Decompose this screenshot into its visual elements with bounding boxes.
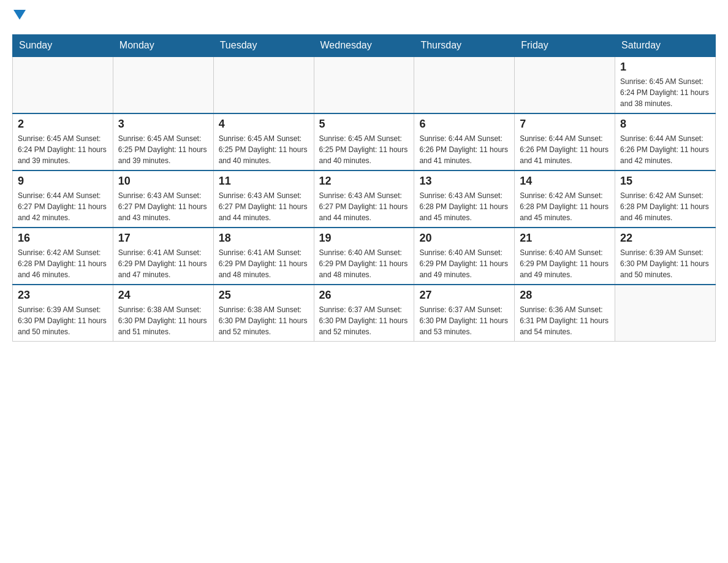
day-number: 10 bbox=[118, 175, 208, 188]
calendar-cell: 25Sunrise: 6:38 AM Sunset: 6:30 PM Dayli… bbox=[213, 285, 314, 342]
day-number: 7 bbox=[520, 118, 610, 131]
day-info: Sunrise: 6:45 AM Sunset: 6:24 PM Dayligh… bbox=[620, 76, 710, 109]
day-number: 12 bbox=[319, 175, 409, 188]
calendar-cell: 19Sunrise: 6:40 AM Sunset: 6:29 PM Dayli… bbox=[314, 228, 414, 285]
calendar-header-tuesday: Tuesday bbox=[213, 35, 314, 57]
calendar-cell: 24Sunrise: 6:38 AM Sunset: 6:30 PM Dayli… bbox=[113, 285, 213, 342]
calendar-week-2: 2Sunrise: 6:45 AM Sunset: 6:24 PM Daylig… bbox=[13, 113, 716, 170]
day-info: Sunrise: 6:40 AM Sunset: 6:29 PM Dayligh… bbox=[319, 247, 409, 280]
day-info: Sunrise: 6:40 AM Sunset: 6:29 PM Dayligh… bbox=[520, 247, 610, 280]
day-info: Sunrise: 6:45 AM Sunset: 6:25 PM Dayligh… bbox=[319, 133, 409, 166]
day-info: Sunrise: 6:43 AM Sunset: 6:27 PM Dayligh… bbox=[118, 190, 208, 223]
calendar-cell: 12Sunrise: 6:43 AM Sunset: 6:27 PM Dayli… bbox=[314, 170, 414, 228]
logo-triangle-icon bbox=[13, 10, 26, 20]
calendar-cell: 17Sunrise: 6:41 AM Sunset: 6:29 PM Dayli… bbox=[113, 228, 213, 285]
calendar-week-1: 1Sunrise: 6:45 AM Sunset: 6:24 PM Daylig… bbox=[13, 56, 716, 113]
day-info: Sunrise: 6:43 AM Sunset: 6:28 PM Dayligh… bbox=[419, 190, 509, 223]
day-info: Sunrise: 6:44 AM Sunset: 6:26 PM Dayligh… bbox=[620, 133, 710, 166]
calendar-cell: 21Sunrise: 6:40 AM Sunset: 6:29 PM Dayli… bbox=[515, 228, 615, 285]
day-number: 19 bbox=[319, 232, 409, 245]
logo bbox=[12, 12, 26, 22]
day-info: Sunrise: 6:39 AM Sunset: 6:30 PM Dayligh… bbox=[620, 247, 710, 280]
calendar-cell bbox=[615, 285, 716, 342]
calendar-week-4: 16Sunrise: 6:42 AM Sunset: 6:28 PM Dayli… bbox=[13, 228, 716, 285]
calendar-cell: 2Sunrise: 6:45 AM Sunset: 6:24 PM Daylig… bbox=[13, 113, 113, 170]
calendar-table: SundayMondayTuesdayWednesdayThursdayFrid… bbox=[12, 34, 716, 342]
day-number: 25 bbox=[219, 289, 309, 302]
calendar-cell bbox=[13, 56, 113, 113]
calendar-cell: 13Sunrise: 6:43 AM Sunset: 6:28 PM Dayli… bbox=[414, 170, 515, 228]
calendar-header-sunday: Sunday bbox=[13, 35, 113, 57]
calendar-cell: 7Sunrise: 6:44 AM Sunset: 6:26 PM Daylig… bbox=[515, 113, 615, 170]
calendar-header-monday: Monday bbox=[113, 35, 213, 57]
day-number: 2 bbox=[18, 118, 108, 131]
calendar-cell: 15Sunrise: 6:42 AM Sunset: 6:28 PM Dayli… bbox=[615, 170, 716, 228]
day-number: 6 bbox=[419, 118, 509, 131]
calendar-cell bbox=[113, 56, 213, 113]
day-number: 14 bbox=[520, 175, 610, 188]
calendar-header-saturday: Saturday bbox=[615, 35, 716, 57]
calendar-cell bbox=[213, 56, 314, 113]
calendar-cell: 14Sunrise: 6:42 AM Sunset: 6:28 PM Dayli… bbox=[515, 170, 615, 228]
day-number: 5 bbox=[319, 118, 409, 131]
page-header bbox=[12, 12, 716, 22]
calendar-cell: 6Sunrise: 6:44 AM Sunset: 6:26 PM Daylig… bbox=[414, 113, 515, 170]
calendar-cell: 4Sunrise: 6:45 AM Sunset: 6:25 PM Daylig… bbox=[213, 113, 314, 170]
calendar-cell: 5Sunrise: 6:45 AM Sunset: 6:25 PM Daylig… bbox=[314, 113, 414, 170]
day-number: 20 bbox=[419, 232, 509, 245]
day-number: 1 bbox=[620, 61, 710, 74]
calendar-header-friday: Friday bbox=[515, 35, 615, 57]
day-number: 18 bbox=[219, 232, 309, 245]
calendar-week-3: 9Sunrise: 6:44 AM Sunset: 6:27 PM Daylig… bbox=[13, 170, 716, 228]
day-number: 21 bbox=[520, 232, 610, 245]
calendar-cell: 16Sunrise: 6:42 AM Sunset: 6:28 PM Dayli… bbox=[13, 228, 113, 285]
day-info: Sunrise: 6:41 AM Sunset: 6:29 PM Dayligh… bbox=[219, 247, 309, 280]
day-info: Sunrise: 6:45 AM Sunset: 6:24 PM Dayligh… bbox=[18, 133, 108, 166]
day-info: Sunrise: 6:38 AM Sunset: 6:30 PM Dayligh… bbox=[118, 304, 208, 337]
calendar-cell: 1Sunrise: 6:45 AM Sunset: 6:24 PM Daylig… bbox=[615, 56, 716, 113]
day-info: Sunrise: 6:36 AM Sunset: 6:31 PM Dayligh… bbox=[520, 304, 610, 337]
day-number: 28 bbox=[520, 289, 610, 302]
day-number: 27 bbox=[419, 289, 509, 302]
day-info: Sunrise: 6:44 AM Sunset: 6:26 PM Dayligh… bbox=[419, 133, 509, 166]
day-info: Sunrise: 6:44 AM Sunset: 6:27 PM Dayligh… bbox=[18, 190, 108, 223]
calendar-cell: 3Sunrise: 6:45 AM Sunset: 6:25 PM Daylig… bbox=[113, 113, 213, 170]
calendar-cell: 10Sunrise: 6:43 AM Sunset: 6:27 PM Dayli… bbox=[113, 170, 213, 228]
calendar-header-thursday: Thursday bbox=[414, 35, 515, 57]
calendar-header-wednesday: Wednesday bbox=[314, 35, 414, 57]
day-number: 13 bbox=[419, 175, 509, 188]
day-number: 23 bbox=[18, 289, 108, 302]
day-number: 8 bbox=[620, 118, 710, 131]
day-number: 11 bbox=[219, 175, 309, 188]
day-info: Sunrise: 6:42 AM Sunset: 6:28 PM Dayligh… bbox=[18, 247, 108, 280]
calendar-cell: 11Sunrise: 6:43 AM Sunset: 6:27 PM Dayli… bbox=[213, 170, 314, 228]
calendar-cell bbox=[515, 56, 615, 113]
day-info: Sunrise: 6:43 AM Sunset: 6:27 PM Dayligh… bbox=[319, 190, 409, 223]
day-info: Sunrise: 6:38 AM Sunset: 6:30 PM Dayligh… bbox=[219, 304, 309, 337]
calendar-cell: 22Sunrise: 6:39 AM Sunset: 6:30 PM Dayli… bbox=[615, 228, 716, 285]
day-info: Sunrise: 6:41 AM Sunset: 6:29 PM Dayligh… bbox=[118, 247, 208, 280]
day-info: Sunrise: 6:45 AM Sunset: 6:25 PM Dayligh… bbox=[219, 133, 309, 166]
day-info: Sunrise: 6:44 AM Sunset: 6:26 PM Dayligh… bbox=[520, 133, 610, 166]
day-number: 22 bbox=[620, 232, 710, 245]
day-info: Sunrise: 6:42 AM Sunset: 6:28 PM Dayligh… bbox=[620, 190, 710, 223]
calendar-cell: 18Sunrise: 6:41 AM Sunset: 6:29 PM Dayli… bbox=[213, 228, 314, 285]
day-number: 16 bbox=[18, 232, 108, 245]
day-info: Sunrise: 6:40 AM Sunset: 6:29 PM Dayligh… bbox=[419, 247, 509, 280]
calendar-header-row: SundayMondayTuesdayWednesdayThursdayFrid… bbox=[13, 35, 716, 57]
calendar-cell: 9Sunrise: 6:44 AM Sunset: 6:27 PM Daylig… bbox=[13, 170, 113, 228]
day-info: Sunrise: 6:43 AM Sunset: 6:27 PM Dayligh… bbox=[219, 190, 309, 223]
calendar-cell bbox=[414, 56, 515, 113]
day-number: 15 bbox=[620, 175, 710, 188]
day-number: 9 bbox=[18, 175, 108, 188]
day-info: Sunrise: 6:39 AM Sunset: 6:30 PM Dayligh… bbox=[18, 304, 108, 337]
day-info: Sunrise: 6:45 AM Sunset: 6:25 PM Dayligh… bbox=[118, 133, 208, 166]
day-info: Sunrise: 6:42 AM Sunset: 6:28 PM Dayligh… bbox=[520, 190, 610, 223]
calendar-week-5: 23Sunrise: 6:39 AM Sunset: 6:30 PM Dayli… bbox=[13, 285, 716, 342]
day-number: 3 bbox=[118, 118, 208, 131]
day-number: 4 bbox=[219, 118, 309, 131]
calendar-cell: 8Sunrise: 6:44 AM Sunset: 6:26 PM Daylig… bbox=[615, 113, 716, 170]
day-info: Sunrise: 6:37 AM Sunset: 6:30 PM Dayligh… bbox=[319, 304, 409, 337]
day-info: Sunrise: 6:37 AM Sunset: 6:30 PM Dayligh… bbox=[419, 304, 509, 337]
calendar-cell: 23Sunrise: 6:39 AM Sunset: 6:30 PM Dayli… bbox=[13, 285, 113, 342]
